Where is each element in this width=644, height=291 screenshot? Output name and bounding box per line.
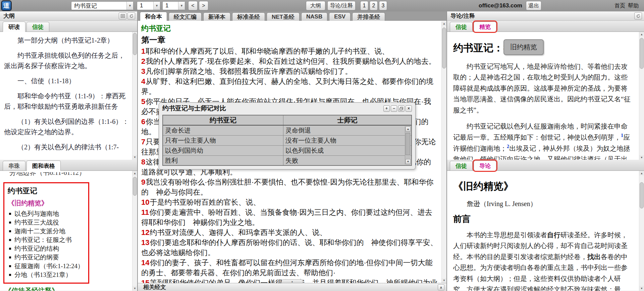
restore-button[interactable] xyxy=(398,105,405,112)
tab-jingwenhuibian[interactable]: 经文汇编 xyxy=(169,12,202,21)
tab-believer-bottom[interactable]: 信徒 xyxy=(450,161,473,171)
app-logo[interactable]: 道 xyxy=(1,1,11,11)
refresh-button[interactable] xyxy=(634,12,642,19)
scrollbar-thumb[interactable] xyxy=(640,182,644,208)
tab-biaozhunshengjing[interactable]: 标准圣经 xyxy=(232,12,265,21)
charts-scrollbar[interactable]: ▲ ▼ xyxy=(132,171,137,291)
tab-nasb[interactable]: NASB xyxy=(301,12,327,21)
clipped-chart-link[interactable]: 分地边界（书6:11-61:12） xyxy=(3,172,130,177)
tab-crossref[interactable]: 串珠 xyxy=(3,161,25,171)
logout-button[interactable]: 退出 xyxy=(526,1,541,10)
scroll-up-button[interactable]: ▲ xyxy=(639,32,644,37)
chart-link-item[interactable]: 约书亚记的纲要 xyxy=(7,253,86,262)
table-cell-joshua: 灵命长进 xyxy=(163,126,283,135)
tab-survey[interactable]: 精览 xyxy=(474,21,496,32)
scroll-down-button[interactable]: ▼ xyxy=(132,286,137,291)
scroll-down-button[interactable]: ▼ xyxy=(639,286,644,291)
related-panel-splitter[interactable]: ▲ xyxy=(281,279,303,283)
tab-believer[interactable]: 信徒 xyxy=(26,22,49,32)
close-button[interactable]: × xyxy=(406,105,412,112)
scrollbar-thumb[interactable] xyxy=(133,177,137,196)
minimize-button[interactable]: − xyxy=(391,105,397,112)
tab-believer-top[interactable]: 信徒 xyxy=(450,22,473,32)
scroll-up-button[interactable]: ▲ xyxy=(406,127,411,132)
verse-number[interactable]: 4 xyxy=(141,77,145,86)
chart-link-item[interactable]: 迦南十二支派分地 xyxy=(7,227,86,236)
chevron-down-icon[interactable]: ▼ xyxy=(178,2,185,10)
tab-charts[interactable]: 图和表格 xyxy=(26,160,61,171)
layout-button-1[interactable]: 1 xyxy=(360,1,368,10)
comparison-dialog[interactable]: 约书亚记与士师记对比 + − × 约书亚记 士师记 xyxy=(159,102,416,169)
tab-bingpai-shengjing[interactable]: 并排圣经 xyxy=(352,12,385,21)
outline-scrollbar[interactable]: ▼ xyxy=(132,32,137,160)
verse-number[interactable]: 7 xyxy=(141,138,145,146)
chart-link-item[interactable]: 约书亚记：征服之书 xyxy=(7,236,86,244)
survey-scrollbar[interactable]: ▲ ▼ xyxy=(639,32,644,160)
tab-xinyiben[interactable]: 新译本 xyxy=(203,12,230,21)
chart-link-item[interactable]: 征服迦南（书6:1-12:24） xyxy=(7,262,86,271)
tab-heheben[interactable]: 和合本 xyxy=(140,12,167,21)
scrollbar-thumb[interactable] xyxy=(442,28,446,68)
chevron-down-icon[interactable]: ▼ xyxy=(126,2,133,10)
intro-scrollbar[interactable]: ▲ ▼ xyxy=(639,171,644,291)
layout-button-3[interactable]: 3 xyxy=(379,1,387,10)
verse-number[interactable]: 10 xyxy=(141,198,149,206)
verse-select-value: 1 xyxy=(163,2,178,10)
tab-net-shengjing[interactable]: NET圣经 xyxy=(267,12,300,21)
book-select[interactable]: 约书亚记 ▼ xyxy=(71,1,133,10)
chart-link-item[interactable]: 分地（书13至21章） xyxy=(7,271,86,279)
scrollbar-thumb[interactable] xyxy=(406,133,410,155)
verse-number[interactable]: 12 xyxy=(141,228,149,237)
charts-series-title[interactable]: 《旧约精览》 xyxy=(8,199,86,208)
list-view-button[interactable] xyxy=(119,12,126,19)
dialog-scrollbar[interactable]: ▲ ▼ xyxy=(405,126,411,164)
joshua-charts-box: 约书亚记 《旧约精览》 以色列与迦南地 约书亚三大战役 xyxy=(3,182,89,284)
refresh-button[interactable] xyxy=(127,12,135,19)
verse-number[interactable]: 8 xyxy=(141,158,145,166)
refresh-icon xyxy=(129,14,133,18)
verse-number[interactable]: 6 xyxy=(141,117,145,126)
verse-text: 你们要追念耶和华的仆人摩西所吩咐你们的话、说、耶和华你们的 神使你们得享平安、也… xyxy=(141,238,437,257)
layout-button-2[interactable]: 2 xyxy=(370,1,378,10)
maximize-button[interactable]: + xyxy=(383,105,390,112)
chapter-select-value: 1 xyxy=(137,2,153,10)
tab-intro[interactable]: 导论 xyxy=(474,160,496,171)
scroll-down-button[interactable]: ▼ xyxy=(406,159,411,164)
scrollbar-thumb[interactable] xyxy=(640,38,644,69)
scroll-down-button[interactable]: ▼ xyxy=(132,155,137,160)
chevron-down-icon[interactable]: ▼ xyxy=(153,2,160,10)
verse-number[interactable]: 14 xyxy=(141,258,149,267)
tab-study[interactable]: 研读 xyxy=(3,21,25,32)
verse-select[interactable]: 1 ▼ xyxy=(162,1,185,10)
scroll-up-button[interactable]: ▲ xyxy=(442,21,446,26)
bible-scrollbar[interactable]: ▲ ▼ xyxy=(441,21,446,283)
dialog-titlebar[interactable]: 约书亚记与士师记对比 + − × xyxy=(159,103,415,114)
tab-esv[interactable]: ESV xyxy=(329,12,351,21)
commentary-panel-toggle[interactable]: 导论/注释 xyxy=(327,1,356,10)
next-chapter-button[interactable]: > xyxy=(199,1,208,10)
verse-number[interactable]: 2 xyxy=(141,57,145,65)
outline-panel-toggle[interactable]: 大纲 xyxy=(306,1,325,10)
prev-chapter-button[interactable]: < xyxy=(188,1,198,10)
verse-number[interactable]: 11 xyxy=(141,208,149,216)
collapse-button[interactable]: ∧ xyxy=(438,284,444,290)
verse-number[interactable]: 9 xyxy=(141,178,145,186)
scroll-down-button[interactable]: ▼ xyxy=(639,155,644,160)
help-link[interactable]: 帮助 xyxy=(628,0,639,11)
scroll-up-button[interactable]: ▲ xyxy=(639,171,644,176)
home-link[interactable]: 首页 xyxy=(614,0,625,11)
verse-number[interactable]: 1 xyxy=(141,47,145,55)
chart-link-item[interactable]: 以色列与迦南地 xyxy=(7,209,86,218)
verse-number[interactable]: 3 xyxy=(141,67,145,76)
scrollbar-thumb[interactable] xyxy=(133,33,137,55)
chart-link-item[interactable]: 约书亚记的结构 xyxy=(7,244,86,253)
verse-number[interactable]: 13 xyxy=(141,238,149,247)
verse-number[interactable]: 15 xyxy=(141,279,149,283)
believer-notes-series-title[interactable]: 《信徒圣经注释》 xyxy=(5,286,130,291)
scroll-down-button[interactable]: ▼ xyxy=(442,278,446,283)
verse-number[interactable]: 5 xyxy=(141,97,145,106)
chart-link-item[interactable]: 约书亚三大战役 xyxy=(7,218,86,227)
chapter-select[interactable]: 1 ▼ xyxy=(137,1,160,10)
scroll-up-button[interactable]: ▲ xyxy=(132,171,137,176)
comparison-table-header: 约书亚记 士师记 xyxy=(163,115,411,126)
